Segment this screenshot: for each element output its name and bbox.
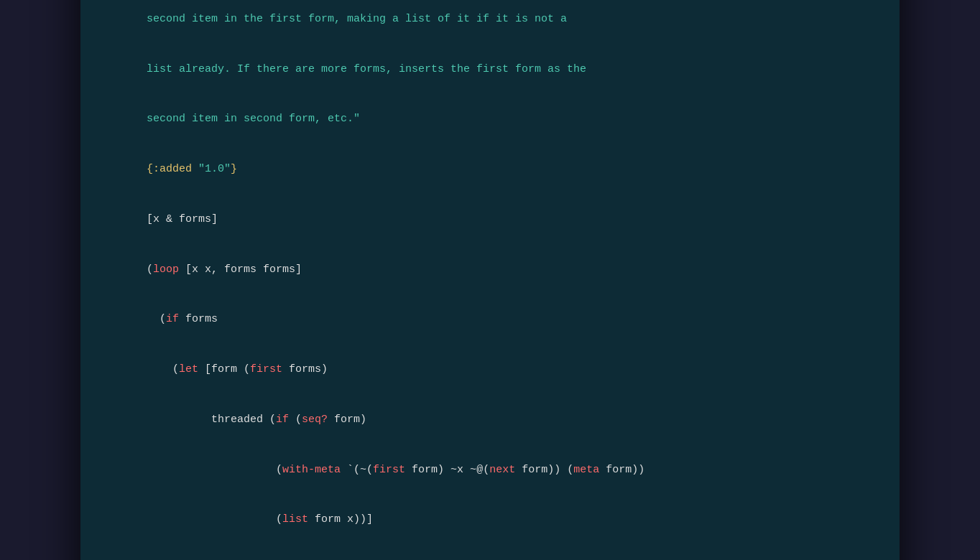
args: [x & forms] xyxy=(134,213,218,225)
list-line: ( xyxy=(134,513,282,526)
terminal-line: second item in the first form, making a … xyxy=(95,0,885,44)
terminal-line: (if forms xyxy=(95,294,885,345)
let-cont: forms) xyxy=(282,363,328,375)
if-sym: if xyxy=(166,313,179,325)
loop-args: [x x, forms forms] xyxy=(179,263,302,276)
wm-line: ( xyxy=(134,464,282,476)
terminal-window: 4. bash [user](λ)> (source ->) (defmacro… xyxy=(80,0,900,560)
terminal-line: (list form x))] xyxy=(95,495,885,545)
list-args: form x))] xyxy=(308,513,373,526)
docstring: list already. If there are more forms, i… xyxy=(134,63,586,75)
loop-open: ( xyxy=(134,263,153,276)
let-args: [form ( xyxy=(198,363,250,375)
docstring: second item in second form, etc." xyxy=(134,113,360,125)
meta-brace: } xyxy=(231,163,237,175)
meta-sym: meta xyxy=(573,464,599,476)
terminal-line: list already. If there are more forms, i… xyxy=(95,44,885,94)
terminal-line: (let [form (first forms) xyxy=(95,345,885,395)
meta-key: {:added xyxy=(134,163,198,175)
if-open: ( xyxy=(134,313,166,325)
if2-sym: if xyxy=(276,414,289,426)
next-sym: next xyxy=(489,464,515,476)
wm-cont2: form)) ( xyxy=(515,464,573,476)
threaded-cond: ( xyxy=(289,414,302,426)
let-open: ( xyxy=(134,363,179,375)
first2-sym: first xyxy=(373,464,405,476)
terminal-line: (loop [x x, forms forms] xyxy=(95,244,885,294)
terminal-line: {:added "1.0"} xyxy=(95,144,885,195)
threaded-line: threaded ( xyxy=(134,414,276,426)
seq-sym: seq? xyxy=(302,414,328,426)
wm-cont: form) ~x ~@( xyxy=(405,464,489,476)
list-sym: list xyxy=(282,513,308,526)
if-cond: forms xyxy=(179,313,218,325)
terminal-line: [x & forms] xyxy=(95,195,885,245)
loop-sym: loop xyxy=(153,263,179,276)
terminal-line: (recur threaded (next forms))) xyxy=(95,545,885,560)
wm-end: form)) xyxy=(599,464,644,476)
terminal-line: second item in second form, etc." xyxy=(95,94,885,144)
meta-val: "1.0" xyxy=(198,163,231,175)
terminal-line: (with-meta `(~(first form) ~x ~@(next fo… xyxy=(95,444,885,495)
wm-args: `(~( xyxy=(341,464,373,476)
let-sym: let xyxy=(179,363,198,375)
threaded-form: form) xyxy=(328,414,366,426)
docstring: second item in the first form, making a … xyxy=(134,13,567,25)
terminal-line: threaded (if (seq? form) xyxy=(95,395,885,445)
first-sym: first xyxy=(250,363,282,375)
with-meta-sym: with-meta xyxy=(282,464,341,476)
terminal-body[interactable]: [user](λ)> (source ->) (defmacro -> "Thr… xyxy=(80,0,900,560)
